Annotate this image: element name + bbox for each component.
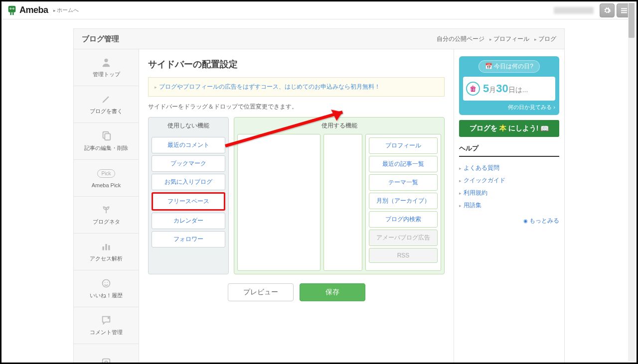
hamburger-icon <box>620 6 628 14</box>
svg-rect-6 <box>12 12 14 14</box>
breadcrumb-item[interactable]: ブログ <box>534 35 556 43</box>
preview-button[interactable]: プレビュー <box>228 283 294 301</box>
page-title: ブログ管理 <box>82 34 119 44</box>
chip-unused[interactable]: お気に入りブログ <box>152 174 225 190</box>
save-button[interactable]: 保存 <box>300 283 365 301</box>
sidenav-item-write[interactable]: ブログを書く <box>74 86 139 123</box>
sidenav-item-comment[interactable]: コメント管理 <box>74 307 139 344</box>
hint-text: サイドバーをドラッグ＆ドロップで位置変更できます。 <box>148 103 445 111</box>
used-drop-col-2[interactable] <box>323 134 362 271</box>
svg-rect-5 <box>10 12 11 14</box>
home-link[interactable]: ホームへ <box>53 6 79 14</box>
unused-panel: 使用しない機能 最近のコメントブックマークお気に入りブログフリースペースカレンダ… <box>148 117 229 274</box>
help-link[interactable]: クイックガイド <box>459 174 559 187</box>
svg-rect-9 <box>621 12 627 13</box>
promo1-link[interactable]: 何の日か見てみる › <box>463 104 555 111</box>
user-label-blurred <box>554 7 594 14</box>
main: サイドバーの配置設定 ブログやプロフィールの広告をはずすコース、はじめてのお申込… <box>139 49 454 364</box>
brand-logo[interactable]: Ameba <box>6 5 48 16</box>
ameba-logo-icon <box>6 5 17 16</box>
gear-icon <box>603 6 611 14</box>
sidenav-item-pick[interactable]: Pick Ameba Pick <box>74 160 139 197</box>
svg-point-3 <box>10 8 11 9</box>
help-title: ヘルプ <box>459 144 559 157</box>
svg-point-16 <box>103 280 110 287</box>
more-link[interactable]: もっとみる <box>459 217 559 225</box>
unused-title: 使用しない機能 <box>149 118 228 134</box>
svg-rect-14 <box>105 244 107 250</box>
sidenav-label: アクセス解析 <box>90 255 123 262</box>
book-icon: 📖 <box>540 124 549 132</box>
right-column: 📅 今日は何の日? 🗑 5月30日は... 何の日か見てみる › ブログを本にし… <box>454 49 564 364</box>
svg-point-21 <box>105 361 108 364</box>
promo1-top-text: 今日は何の日? <box>494 63 533 70</box>
bars-icon <box>101 241 111 252</box>
pencil-icon <box>101 94 111 105</box>
breadcrumb-item[interactable]: 自分の公開ページ <box>437 35 484 43</box>
sidenav-label: 管理トップ <box>93 71 120 78</box>
sidenav-label: Ameba Pick <box>92 182 121 188</box>
chip-unused[interactable]: フリースペース <box>152 192 225 211</box>
chip-unused[interactable]: フォロワー <box>152 231 225 247</box>
comment-icon <box>101 315 112 326</box>
promo-book[interactable]: ブログを本にしよう! 📖 <box>459 120 559 137</box>
chip-used[interactable]: テーマ一覧 <box>369 174 438 191</box>
scrollbar[interactable] <box>628 3 635 361</box>
sidenav-label: ブログを書く <box>90 108 123 115</box>
notice-text: ブログやプロフィールの広告をはずすコース、はじめてのお申込みなら初月無料！ <box>159 83 380 90</box>
svg-rect-13 <box>103 246 104 250</box>
svg-point-19 <box>108 317 110 319</box>
main-title: サイドバーの配置設定 <box>148 58 445 70</box>
sidenav-item-neta[interactable]: ブログネタ <box>74 197 139 234</box>
help-list: よくある質問クイックガイド利用規約用語集 <box>459 162 559 212</box>
help-link[interactable]: 用語集 <box>459 199 559 212</box>
chip-used[interactable]: プロフィール <box>369 137 438 154</box>
sidenav-item-analytics[interactable]: アクセス解析 <box>74 234 139 270</box>
pick-icon: Pick <box>97 168 116 179</box>
scroll-thumb[interactable] <box>629 3 635 38</box>
svg-rect-7 <box>621 8 627 9</box>
sidenav-label: ブログネタ <box>93 218 120 226</box>
settings-button[interactable] <box>600 3 615 17</box>
notice-banner[interactable]: ブログやプロフィールの広告をはずすコース、はじめてのお申込みなら初月無料！ <box>148 77 445 97</box>
help-link[interactable]: よくある質問 <box>459 162 559 174</box>
promo-today[interactable]: 📅 今日は何の日? 🗑 5月30日は... 何の日か見てみる › <box>459 56 559 115</box>
svg-point-17 <box>105 282 106 283</box>
sidenav-item-edit[interactable]: 記事の編集・削除 <box>74 123 139 160</box>
copy-icon <box>101 130 112 141</box>
breadcrumb: 自分の公開ページ プロフィール ブログ <box>119 35 556 43</box>
chip-unused[interactable]: ブックマーク <box>152 155 225 172</box>
sidenav-label: いいね！履歴 <box>90 292 123 299</box>
breadcrumb-item[interactable]: プロフィール <box>489 35 529 43</box>
brand-text: Ameba <box>19 5 48 15</box>
chip-unused[interactable]: カレンダー <box>152 213 225 229</box>
sidenav-label: 記事の編集・削除 <box>84 144 128 152</box>
chip-used[interactable]: アメーバブログ広告 <box>369 230 438 246</box>
used-drop-col-3[interactable]: プロフィール最近の記事一覧テーマ一覧月別（アーカイブ）ブログ内検索アメーバブログ… <box>365 134 441 271</box>
chip-unused[interactable]: 最近のコメント <box>152 137 225 153</box>
svg-point-10 <box>104 59 108 62</box>
topbar: Ameba ホームへ <box>1 1 637 19</box>
sprout-icon <box>101 204 112 215</box>
svg-rect-8 <box>621 10 627 11</box>
svg-rect-0 <box>8 5 16 12</box>
chip-used[interactable]: 月別（アーカイブ） <box>369 193 438 209</box>
sidenav-item-more[interactable] <box>74 344 139 364</box>
svg-rect-12 <box>105 133 110 140</box>
sidenav-item-top[interactable]: 管理トップ <box>74 49 139 86</box>
used-title: 使用する機能 <box>234 118 444 134</box>
used-panel: 使用する機能 プロフィール最近の記事一覧テーマ一覧月別（アーカイブ）ブログ内検索… <box>234 117 445 274</box>
sidenav: 管理トップ ブログを書く 記事の編集・削除 Pick Ameba Pick ブロ… <box>74 49 139 364</box>
chip-used[interactable]: RSS <box>369 248 438 263</box>
smile-icon <box>101 278 111 289</box>
calendar-icon: 📅 <box>485 63 492 70</box>
svg-point-4 <box>13 8 14 9</box>
promo1-date: 5月30日は... <box>483 82 528 95</box>
sidenav-item-like[interactable]: いいね！履歴 <box>74 270 139 307</box>
trash-icon: 🗑 <box>466 82 480 96</box>
used-drop-col-1[interactable] <box>237 134 320 271</box>
chip-used[interactable]: 最近の記事一覧 <box>369 156 438 172</box>
page-header: ブログ管理 自分の公開ページ プロフィール ブログ <box>73 28 565 49</box>
chip-used[interactable]: ブログ内検索 <box>369 211 438 228</box>
help-link[interactable]: 利用規約 <box>459 187 559 199</box>
